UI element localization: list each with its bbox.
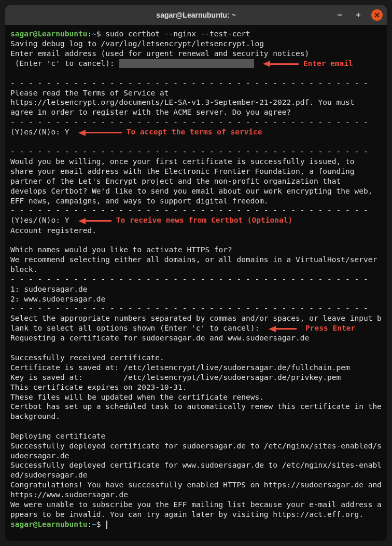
- command: sudo certbot --nginx --test-cert: [105, 30, 250, 38]
- titlebar: sagar@Learnubuntu: ~ − +: [5, 5, 387, 25]
- output-line: (Y)es/(N)o: Y To accept the terms of ser…: [10, 127, 382, 137]
- output-line: Key is saved at: /etc/letsencrypt/live/s…: [10, 373, 382, 383]
- arrow-icon: [78, 128, 122, 138]
- output-line: This certificate expires on 2023-10-31.: [10, 383, 382, 392]
- prompt-user: sagar@Learnubuntu: [10, 520, 87, 528]
- maximize-button[interactable]: +: [353, 9, 364, 21]
- output-line: EFF news, campaigns, and ways to support…: [10, 196, 382, 206]
- prompt-user: sagar@Learnubuntu: [10, 30, 87, 38]
- separator: - - - - - - - - - - - - - - - - - - - - …: [10, 304, 382, 313]
- output-line: Would you be willing, once your first ce…: [10, 157, 382, 167]
- terminal-window: sagar@Learnubuntu: ~ − + sagar@Learnubun…: [5, 5, 387, 541]
- output-line: 2: www.sudoersagar.de: [10, 294, 382, 304]
- annotation-email: Enter email: [303, 59, 353, 67]
- prompt-dollar: $: [96, 30, 101, 38]
- output-line: Requesting a certificate for sudoersagar…: [10, 333, 382, 343]
- output-line: Successfully deployed certificate for ww…: [10, 460, 382, 480]
- output-line: agree in order to register with the ACME…: [10, 107, 382, 117]
- redacted-email: [119, 59, 254, 68]
- separator: - - - - - - - - - - - - - - - - - - - - …: [10, 275, 382, 284]
- output-line: https://letsencrypt.org/documents/LE-SA-…: [10, 98, 382, 107]
- output-line: Successfully received certificate.: [10, 353, 382, 363]
- separator: - - - - - - - - - - - - - - - - - - - - …: [10, 78, 382, 88]
- prompt-path: ~: [92, 30, 96, 38]
- output-line: Please read the Terms of Service at: [10, 88, 382, 98]
- separator: - - - - - - - - - - - - - - - - - - - - …: [10, 117, 382, 127]
- annotation-tos: To accept the terms of service: [127, 128, 262, 136]
- arrow-icon: [269, 324, 297, 334]
- separator: - - - - - - - - - - - - - - - - - - - - …: [10, 147, 382, 157]
- separator: - - - - - - - - - - - - - - - - - - - - …: [10, 206, 382, 215]
- output-line: Deploying certificate: [10, 431, 382, 441]
- output-line: develops Certbot? We'd like to send you …: [10, 186, 382, 196]
- output-line: Certificate is saved at: /etc/letsencryp…: [10, 363, 382, 373]
- output-line: Successfully deployed certificate for su…: [10, 441, 382, 461]
- terminal-content[interactable]: sagar@Learnubuntu:~$ sudo certbot --ngin…: [5, 25, 387, 541]
- output-line: 1: sudoersagar.de: [10, 284, 382, 294]
- prompt-line: sagar@Learnubuntu:~$: [10, 520, 382, 529]
- output-line: Which names would you like to activate H…: [10, 245, 382, 255]
- output-line: share your email address with the Electr…: [10, 167, 382, 176]
- output-line: (Enter 'c' to cancel): Enter email: [10, 59, 382, 69]
- output-line: Select the appropriate numbers separated…: [10, 313, 382, 333]
- output-line: We were unable to subscribe you the EFF …: [10, 500, 382, 520]
- annotation-enter: Press Enter: [305, 324, 355, 332]
- window-title: sagar@Learnubuntu: ~: [156, 11, 235, 19]
- output-line: These files will be updated when the cer…: [10, 392, 382, 402]
- output-line: Congratulations! You have successfully e…: [10, 480, 382, 500]
- prompt-colon: :: [87, 30, 92, 38]
- close-button[interactable]: [371, 9, 383, 21]
- cursor: [106, 521, 107, 529]
- minimize-button[interactable]: −: [334, 9, 345, 21]
- output-line: Account registered.: [10, 226, 382, 236]
- prompt-dollar: $: [96, 520, 101, 528]
- output-line: partner of the Let's Encrypt project and…: [10, 176, 382, 186]
- output-line: (Y)es/(N)o: Y To receive news from Certb…: [10, 215, 382, 225]
- output-line: We recommend selecting either all domain…: [10, 255, 382, 275]
- arrow-icon: [263, 59, 299, 69]
- output-line: Enter email address (used for urgent ren…: [10, 49, 382, 59]
- output-line: Saving debug log to /var/log/letsencrypt…: [10, 39, 382, 49]
- prompt-path: ~: [92, 520, 96, 528]
- window-controls: − +: [334, 9, 383, 21]
- arrow-icon: [78, 216, 111, 226]
- output-line: Certbot has set up a scheduled task to a…: [10, 402, 382, 421]
- annotation-news: To receive news from Certbot (Optional): [116, 216, 292, 224]
